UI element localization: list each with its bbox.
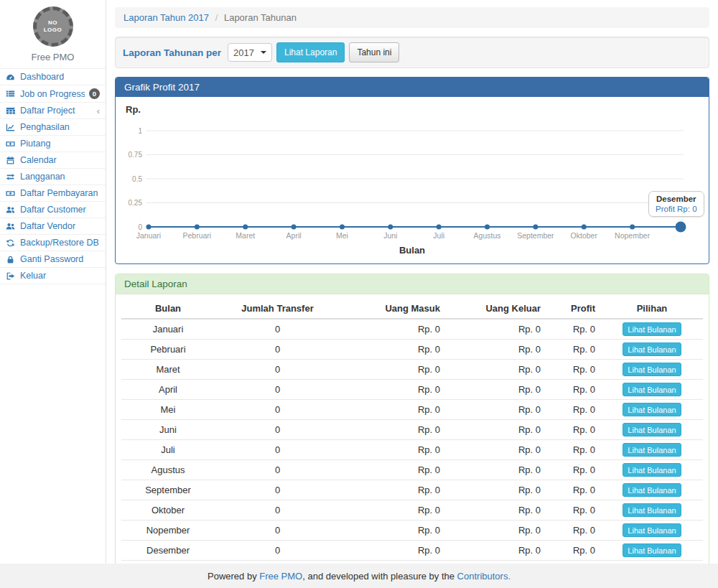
lihat-bulanan-button[interactable]: Lihat Bulanan	[623, 523, 681, 537]
sidebar-item-langganan[interactable]: Langganan	[0, 169, 106, 185]
breadcrumb-current: Laporan Tahunan	[224, 12, 297, 23]
cell-bulan: Oktober	[121, 500, 215, 521]
x-axis-label: Januari	[136, 231, 161, 240]
sidebar-item-daftar-project[interactable]: Daftar Project‹	[0, 103, 106, 119]
report-filter-panel: Laporan Tahunan per 2017 Lihat Laporan T…	[115, 37, 709, 68]
data-point-september[interactable]	[533, 225, 538, 230]
table-row-juni: Juni0Rp. 0Rp. 0Rp. 0Lihat Bulanan	[121, 420, 703, 440]
cell-uang_keluar: Rp. 0	[446, 319, 546, 340]
data-point-nopember[interactable]	[630, 225, 635, 230]
cell-uang_keluar: Rp. 0	[446, 541, 546, 561]
footer-text: Powered by	[208, 571, 259, 582]
column-header-pilihan: Pilihan	[601, 299, 703, 319]
cell-bulan: Juli	[121, 440, 215, 460]
table-row-oktober: Oktober0Rp. 0Rp. 0Rp. 0Lihat Bulanan	[121, 500, 703, 521]
x-axis-label: Oktober	[571, 231, 598, 240]
sidebar-item-label: Piutang	[20, 139, 100, 149]
sidebar-item-ganti-password[interactable]: Ganti Password	[0, 251, 106, 268]
lihat-bulanan-button[interactable]: Lihat Bulanan	[623, 423, 681, 437]
y-tick-label: 0	[138, 223, 142, 231]
lihat-bulanan-button[interactable]: Lihat Bulanan	[623, 383, 681, 396]
profit-chart: Rp. 10.750.50.250JanuariPebruariMaretApr…	[123, 103, 701, 259]
sidebar-item-daftar-pembayaran[interactable]: Daftar Pembayaran	[0, 185, 106, 202]
y-tick-label: 1	[138, 127, 142, 135]
lihat-bulanan-button[interactable]: Lihat Bulanan	[623, 443, 681, 457]
chart-panel-body: Rp. 10.750.50.250JanuariPebruariMaretApr…	[116, 97, 709, 263]
lihat-bulanan-button[interactable]: Lihat Bulanan	[623, 543, 681, 557]
cell-pilihan: Lihat Bulanan	[601, 319, 703, 340]
footer-link-freepmo[interactable]: Free PMO	[259, 571, 302, 582]
cell-bulan: Januari	[121, 319, 215, 340]
money-icon	[6, 189, 16, 198]
breadcrumb-separator: /	[215, 12, 218, 23]
cell-profit: Rp. 0	[546, 319, 601, 340]
y-tick-label: 0.25	[129, 199, 143, 207]
cell-bulan: Maret	[121, 360, 215, 380]
cell-pilihan: Lihat Bulanan	[601, 340, 703, 360]
x-axis-label: Mei	[336, 231, 348, 240]
sidebar-item-label: Langganan	[20, 172, 100, 182]
breadcrumb-link[interactable]: Laporan Tahun 2017	[123, 12, 209, 23]
data-point-april[interactable]	[292, 225, 297, 230]
year-select-value: 2017	[233, 47, 254, 58]
logo-area: NO LOGO Free PMO	[0, 0, 106, 68]
data-point-oktober[interactable]	[582, 225, 587, 230]
lihat-bulanan-button[interactable]: Lihat Bulanan	[623, 342, 681, 356]
sidebar-item-daftar-customer[interactable]: Daftar Customer	[0, 202, 106, 218]
lihat-bulanan-button[interactable]: Lihat Bulanan	[623, 483, 681, 497]
column-header-uang-masuk: Uang Masuk	[340, 299, 446, 319]
cell-uang_keluar: Rp. 0	[446, 340, 546, 360]
sidebar-item-penghasilan[interactable]: Penghasilan	[0, 119, 106, 136]
sidebar-item-daftar-vendor[interactable]: Daftar Vendor	[0, 218, 106, 235]
cell-profit: Rp. 0	[546, 440, 601, 460]
cell-uang_keluar: Rp. 0	[446, 440, 546, 460]
x-axis-title: Bulan	[123, 245, 701, 256]
sidebar-item-job-on-progress[interactable]: Job on Progress0	[0, 85, 106, 103]
sidebar-item-label: Penghasilan	[20, 122, 100, 132]
cell-pilihan: Lihat Bulanan	[601, 541, 703, 561]
money-icon	[6, 139, 16, 149]
data-point-desember[interactable]	[676, 222, 686, 233]
no-logo-badge: NO LOGO	[33, 6, 73, 47]
lihat-bulanan-button[interactable]: Lihat Bulanan	[623, 322, 681, 336]
tasks-icon	[6, 89, 16, 98]
cell-bulan: Desember	[121, 541, 215, 561]
data-point-pebruari[interactable]	[195, 225, 200, 230]
data-point-agustus[interactable]	[485, 225, 490, 230]
tahun-ini-button[interactable]: Tahun ini	[349, 42, 399, 62]
cell-jumlah_transfer: 0	[215, 500, 340, 521]
sidebar-item-dashboard[interactable]: Dashboard	[0, 69, 106, 85]
sidebar-item-calendar[interactable]: Calendar	[0, 152, 106, 169]
lihat-bulanan-button[interactable]: Lihat Bulanan	[623, 503, 681, 517]
filter-label: Laporan Tahunan per	[123, 47, 221, 58]
data-point-maret[interactable]	[243, 225, 248, 230]
cell-profit: Rp. 0	[546, 500, 601, 521]
footer-link-contributors[interactable]: Contributors.	[457, 571, 510, 582]
retweet-icon	[6, 172, 16, 182]
data-point-januari[interactable]	[146, 225, 151, 230]
cell-uang_masuk: Rp. 0	[340, 319, 446, 340]
cell-profit: Rp. 0	[546, 380, 601, 400]
sidebar-item-backup-restore-db[interactable]: Backup/Restore DB	[0, 235, 106, 251]
year-select[interactable]: 2017	[228, 43, 272, 62]
sidebar-item-piutang[interactable]: Piutang	[0, 136, 106, 152]
lihat-laporan-button[interactable]: Lihat Laporan	[276, 42, 345, 62]
sidebar-item-keluar[interactable]: Keluar	[0, 268, 106, 284]
cell-jumlah_transfer: 0	[215, 340, 340, 360]
table-row-nopember: Nopember0Rp. 0Rp. 0Rp. 0Lihat Bulanan	[121, 521, 703, 541]
data-point-mei[interactable]	[340, 225, 345, 230]
lihat-bulanan-button[interactable]: Lihat Bulanan	[623, 403, 681, 416]
lihat-bulanan-button[interactable]: Lihat Bulanan	[623, 363, 681, 376]
sidebar-item-label: Dashboard	[20, 72, 100, 82]
cell-jumlah_transfer: 0	[215, 360, 340, 380]
lihat-bulanan-button[interactable]: Lihat Bulanan	[623, 463, 681, 477]
detail-report-panel: Detail Laporan BulanJumlah TransferUang …	[115, 274, 709, 564]
data-point-juli[interactable]	[437, 225, 442, 230]
users-icon	[6, 205, 16, 215]
data-point-juni[interactable]	[388, 225, 393, 230]
cell-bulan: Agustus	[121, 460, 215, 480]
sign-out-icon	[6, 271, 16, 281]
sidebar-item-label: Keluar	[20, 271, 100, 281]
cell-profit: Rp. 0	[546, 340, 601, 360]
cell-uang_keluar: Rp. 0	[446, 460, 546, 480]
